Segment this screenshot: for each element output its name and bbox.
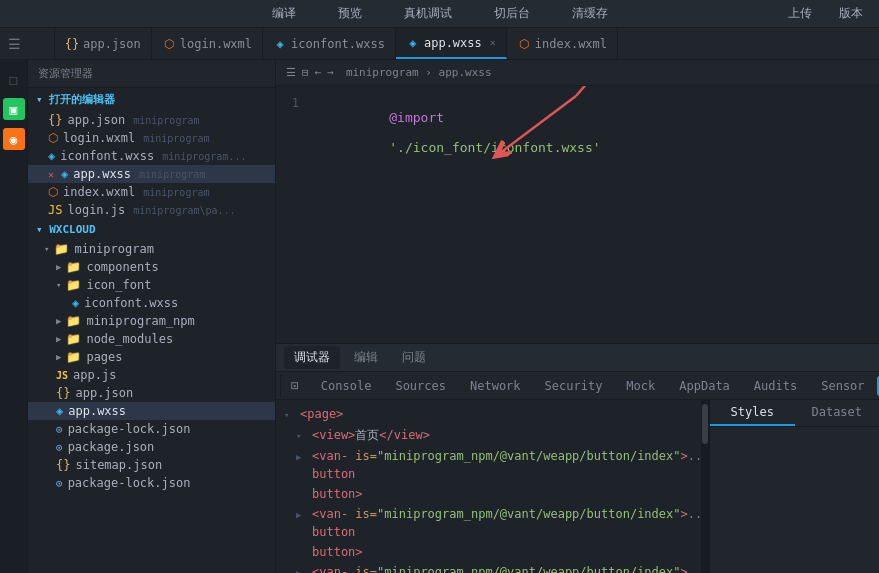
subtab-network[interactable]: Network: [458, 375, 533, 397]
devtools-content: ▾ <page> ▾ <view> 首页 </view> ▶ <van-bu: [276, 400, 879, 573]
tab-close-icon[interactable]: ✕: [490, 37, 496, 48]
sidebar-toggle-icon[interactable]: ☰: [8, 36, 21, 52]
mini-icon-green[interactable]: ▣: [3, 98, 25, 120]
scroll-indicator[interactable]: [701, 400, 709, 573]
devtools-tab-edit[interactable]: 编辑: [344, 346, 388, 369]
tab-app-json[interactable]: {} app.json: [55, 28, 152, 59]
file-name: package-lock.json: [68, 476, 191, 490]
tab-label: app.wxss: [424, 36, 482, 50]
wxss-icon: ◈: [273, 37, 287, 51]
opened-app-json[interactable]: {} app.json miniprogram: [28, 111, 275, 129]
tab-iconfont-wxss[interactable]: ◈ iconfont.wxss: [263, 28, 396, 59]
mini-icon-orange[interactable]: ◉: [3, 128, 25, 150]
folder-components[interactable]: ▶ 📁 components: [28, 258, 275, 276]
section-opened[interactable]: ▾ 打开的编辑器: [28, 88, 275, 111]
code-editor[interactable]: 1 @import './icon_font/iconfont.wxss': [276, 86, 879, 343]
bookmark-icon[interactable]: ⊟: [302, 66, 309, 79]
styles-tab[interactable]: Styles: [710, 400, 795, 426]
tree-app-js[interactable]: JS app.js: [28, 366, 275, 384]
devtools-tab-debugger[interactable]: 调试器: [284, 346, 340, 369]
preview-btn[interactable]: 预览: [332, 3, 368, 24]
json-tree-icon2: {}: [56, 458, 70, 472]
tree-package-lock-json2[interactable]: ⊙ package-lock.json: [28, 474, 275, 492]
forward-icon[interactable]: →: [327, 66, 334, 79]
subtab-console[interactable]: Console: [309, 375, 384, 397]
file-path: miniprogram: [139, 169, 205, 180]
xml-line-van3[interactable]: ▶ <van-button is= "miniprogram_npm/@vant…: [276, 562, 701, 573]
json-icon: {}: [65, 37, 79, 51]
sidebar-header: 资源管理器: [28, 60, 275, 88]
back-icon[interactable]: ←: [315, 66, 322, 79]
clear-cache-btn[interactable]: 清缓存: [566, 3, 614, 24]
xml-line-view[interactable]: ▾ <view> 首页 </view>: [276, 425, 701, 446]
folder-icon-font[interactable]: ▾ 📁 icon_font: [28, 276, 275, 294]
dataset-tab[interactable]: Dataset: [795, 400, 880, 426]
tree-iconfont-wxss[interactable]: ◈ iconfont.wxss: [28, 294, 275, 312]
xml-tag: <van-button: [312, 505, 355, 541]
sidebar-header-label: 资源管理器: [38, 66, 93, 81]
tab-index-wxml[interactable]: ⬡ index.wxml: [507, 28, 618, 59]
folder-miniprogram[interactable]: ▾ 📁 miniprogram: [28, 240, 275, 258]
subtab-mock[interactable]: Mock: [614, 375, 667, 397]
devtools-tab-issues[interactable]: 问题: [392, 346, 436, 369]
subtab-sources[interactable]: Sources: [383, 375, 458, 397]
tree-package-json[interactable]: ⊙ package.json: [28, 438, 275, 456]
opened-app-wxss[interactable]: ✕ ◈ app.wxss miniprogram: [28, 165, 275, 183]
folder-pages[interactable]: ▶ 📁 pages: [28, 348, 275, 366]
tab-label: index.wxml: [535, 37, 607, 51]
xml-attr: is=: [355, 447, 377, 465]
xml-tag: >: [680, 447, 687, 465]
tree-sitemap-json[interactable]: {} sitemap.json: [28, 456, 275, 474]
opened-index-wxml[interactable]: ⬡ index.wxml miniprogram: [28, 183, 275, 201]
expand-icon3[interactable]: ▶: [296, 448, 312, 466]
folder-miniprogram-npm[interactable]: ▶ 📁 miniprogram_npm: [28, 312, 275, 330]
folder-name: node_modules: [86, 332, 173, 346]
xml-line-van2[interactable]: ▶ <van-button is= "miniprogram_npm/@vant…: [276, 504, 701, 542]
tree-package-lock-json[interactable]: ⊙ package-lock.json: [28, 420, 275, 438]
xml-close-tag: </view>: [379, 426, 430, 444]
file-name: package-lock.json: [68, 422, 191, 436]
editor-area: ☰ ⊟ ← → miniprogram › app.wxss 1 @import…: [276, 60, 879, 573]
expand-icon4[interactable]: ▶: [296, 506, 312, 524]
mini-icon-files[interactable]: □: [3, 68, 25, 90]
folder-arrow-icon: ▶: [56, 262, 61, 272]
wxss-active-icon: ◈: [406, 36, 420, 50]
subtab-audits[interactable]: Audits: [742, 375, 809, 397]
list-icon[interactable]: ☰: [286, 66, 296, 79]
subtab-sensor[interactable]: Sensor: [809, 375, 876, 397]
file-name: app.wxss: [73, 167, 131, 181]
breadcrumb-path: miniprogram › app.wxss: [346, 66, 492, 79]
wxml-left-panel: ▾ <page> ▾ <view> 首页 </view> ▶ <van-bu: [276, 400, 701, 573]
folder-node-modules[interactable]: ▶ 📁 node_modules: [28, 330, 275, 348]
expand-icon5[interactable]: ▶: [296, 564, 312, 573]
tab-login-wxml[interactable]: ⬡ login.wxml: [152, 28, 263, 59]
expand-icon[interactable]: ▾: [284, 406, 300, 424]
pkg-icon3: ⊙: [56, 477, 63, 490]
tree-app-json[interactable]: {} app.json: [28, 384, 275, 402]
tree-app-wxss[interactable]: ◈ app.wxss: [28, 402, 275, 420]
folder-arrow-icon: ▾: [56, 280, 61, 290]
xml-line-page[interactable]: ▾ <page>: [276, 404, 701, 425]
subtab-security[interactable]: Security: [533, 375, 615, 397]
opened-login-js[interactable]: JS login.js miniprogram\pa...: [28, 201, 275, 219]
compile-btn[interactable]: 编译: [266, 3, 302, 24]
file-path: miniprogram: [143, 187, 209, 198]
wxml-file-icon2: ⬡: [48, 185, 58, 199]
section-wxcloud[interactable]: ▾ WXCLOUD: [28, 219, 275, 240]
opened-login-wxml[interactable]: ⬡ login.wxml miniprogram: [28, 129, 275, 147]
devtools-top-tabs: 调试器 编辑 问题: [276, 344, 879, 372]
tab-app-wxss[interactable]: ◈ app.wxss ✕: [396, 28, 507, 59]
cursor-icon[interactable]: ⊡: [287, 374, 303, 397]
background-btn[interactable]: 切后台: [488, 3, 536, 24]
tab-bar: ☰ {} app.json ⬡ login.wxml ◈ iconfont.wx…: [0, 28, 879, 60]
folder-icon: 📁: [66, 314, 81, 328]
real-debug-btn[interactable]: 真机调试: [398, 3, 458, 24]
version-btn[interactable]: 版本: [833, 3, 869, 24]
wxml-icon2: ⬡: [517, 37, 531, 51]
subtab-appdata[interactable]: AppData: [667, 375, 742, 397]
upload-btn[interactable]: 上传: [782, 3, 818, 24]
expand-icon2[interactable]: ▾: [296, 427, 312, 445]
xml-line-van1[interactable]: ▶ <van-button is= "miniprogram_npm/@vant…: [276, 446, 701, 484]
opened-iconfont-wxss[interactable]: ◈ iconfont.wxss miniprogram...: [28, 147, 275, 165]
main-area: □ ▣ ◉ 资源管理器 ▾ 打开的编辑器 {} app.json minipro…: [0, 60, 879, 573]
